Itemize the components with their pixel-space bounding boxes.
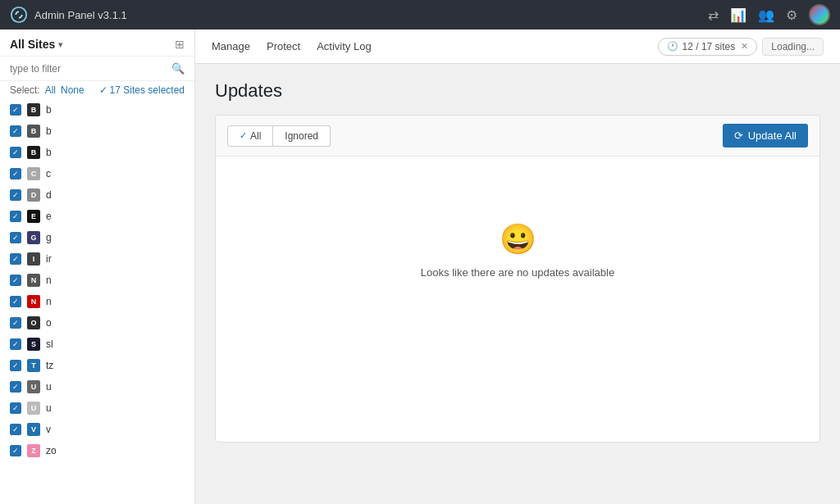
list-item[interactable]: ✓Gg — [0, 227, 194, 248]
site-checkbox[interactable]: ✓ — [10, 168, 21, 179]
main-tabs: Manage Protect Activity Log — [212, 30, 372, 63]
select-none-link[interactable]: None — [61, 84, 84, 96]
search-icon: 🔍 — [171, 62, 185, 75]
site-checkbox[interactable]: ✓ — [10, 381, 21, 393]
top-icons: ⇄ 📊 👥 ⚙ — [708, 4, 830, 25]
selected-count: ✓ 17 Sites selected — [99, 84, 185, 96]
tab-all-label: All — [250, 130, 261, 142]
site-checkbox[interactable]: ✓ — [10, 445, 21, 456]
site-list: ✓Bb✓Bb✓Bb✓Cc✓Dd✓Ee✓Gg✓Iir✓Nn✓Nn✓Oo✓Ssl✓T… — [0, 99, 194, 504]
site-name-label: u — [46, 402, 52, 414]
site-favicon: B — [27, 146, 40, 159]
transfer-icon[interactable]: ⇄ — [708, 7, 719, 23]
topbar: Admin Panel v3.1.1 ⇄ 📊 👥 ⚙ — [0, 0, 840, 30]
settings-icon[interactable]: ⚙ — [786, 7, 797, 23]
grid-icon[interactable]: ⊞ — [175, 38, 185, 51]
chart-icon[interactable]: 📊 — [730, 7, 746, 23]
sidebar-search: 🔍 — [0, 57, 194, 81]
updates-toolbar: ✓ All Ignored ⟳ Update All — [216, 116, 819, 157]
site-name-label: n — [46, 296, 52, 307]
tab-all[interactable]: ✓ All — [227, 125, 273, 147]
site-checkbox[interactable]: ✓ — [10, 317, 21, 329]
site-favicon: G — [27, 231, 40, 244]
all-sites-label: All Sites — [10, 38, 55, 51]
tab-activity-log[interactable]: Activity Log — [317, 30, 371, 63]
site-favicon: Z — [27, 444, 40, 457]
site-name-label: sl — [46, 338, 53, 350]
tab-all-check: ✓ — [240, 130, 247, 141]
site-checkbox[interactable]: ✓ — [10, 360, 21, 371]
list-item[interactable]: ✓Vv — [0, 419, 194, 440]
site-name-label: o — [46, 317, 52, 329]
site-checkbox[interactable]: ✓ — [10, 104, 21, 116]
update-all-button[interactable]: ⟳ Update All — [723, 124, 808, 148]
list-item[interactable]: ✓Uu — [0, 376, 194, 397]
sidebar: All Sites ▾ ⊞ 🔍 Select: All None ✓ 17 Si… — [0, 30, 195, 504]
site-checkbox[interactable]: ✓ — [10, 147, 21, 158]
site-name-label: d — [46, 189, 52, 201]
site-favicon: I — [27, 252, 40, 266]
loading-badge: Loading... — [762, 38, 824, 56]
list-item[interactable]: ✓Nn — [0, 270, 194, 291]
tab-manage[interactable]: Manage — [212, 30, 250, 63]
tab-ignored[interactable]: Ignored — [273, 125, 331, 147]
logo-area: Admin Panel v3.1.1 — [10, 6, 127, 24]
site-checkbox[interactable]: ✓ — [10, 125, 21, 137]
select-row: Select: All None ✓ 17 Sites selected — [0, 81, 194, 99]
site-checkbox[interactable]: ✓ — [10, 253, 21, 265]
chevron-down-icon: ▾ — [58, 40, 62, 49]
logo-icon — [10, 6, 28, 24]
site-name-label: b — [46, 125, 52, 137]
list-item[interactable]: ✓Ee — [0, 206, 194, 227]
site-name-label: zo — [46, 445, 57, 456]
list-item[interactable]: ✓Bb — [0, 99, 194, 120]
sites-pill-close[interactable]: ✕ — [741, 41, 748, 52]
list-item[interactable]: ✓Nn — [0, 291, 194, 312]
site-checkbox[interactable]: ✓ — [10, 296, 21, 307]
site-favicon: V — [27, 423, 40, 436]
site-name-label: n — [46, 275, 52, 286]
tab-ignored-label: Ignored — [285, 130, 318, 142]
site-name-label: tz — [46, 360, 53, 371]
list-item[interactable]: ✓Oo — [0, 312, 194, 334]
site-checkbox[interactable]: ✓ — [10, 275, 21, 286]
list-item[interactable]: ✓Zzo — [0, 440, 194, 461]
site-favicon: N — [27, 295, 40, 308]
site-favicon: B — [27, 103, 40, 116]
site-name-label: v — [46, 424, 51, 435]
update-all-label: Update All — [748, 129, 797, 142]
list-item[interactable]: ✓Ssl — [0, 334, 194, 355]
site-checkbox[interactable]: ✓ — [10, 189, 21, 201]
sites-pill-text: 12 / 17 sites — [682, 41, 736, 52]
avatar[interactable] — [809, 4, 830, 25]
list-item[interactable]: ✓Bb — [0, 142, 194, 163]
list-item[interactable]: ✓Cc — [0, 163, 194, 184]
site-checkbox[interactable]: ✓ — [10, 424, 21, 435]
site-favicon: T — [27, 359, 40, 372]
people-icon[interactable]: 👥 — [758, 7, 774, 23]
tab-protect[interactable]: Protect — [267, 30, 300, 63]
site-favicon: U — [27, 402, 40, 415]
list-item[interactable]: ✓Uu — [0, 397, 194, 419]
updates-tab-group: ✓ All Ignored — [227, 125, 331, 147]
site-favicon: O — [27, 316, 40, 329]
main-content: Updates ✓ All Ignored ⟳ Update A — [195, 64, 840, 504]
site-checkbox[interactable]: ✓ — [10, 211, 21, 222]
site-checkbox[interactable]: ✓ — [10, 338, 21, 350]
update-all-icon: ⟳ — [734, 129, 743, 142]
site-checkbox[interactable]: ✓ — [10, 402, 21, 414]
select-all-link[interactable]: All — [45, 84, 56, 96]
loading-text: Loading... — [771, 41, 815, 52]
all-sites-dropdown[interactable]: All Sites ▾ — [10, 38, 62, 51]
search-input[interactable] — [10, 63, 167, 75]
site-name-label: e — [46, 211, 52, 222]
site-checkbox[interactable]: ✓ — [10, 232, 21, 243]
list-item[interactable]: ✓Ttz — [0, 355, 194, 376]
list-item[interactable]: ✓Bb — [0, 120, 194, 142]
list-item[interactable]: ✓Dd — [0, 184, 194, 206]
site-favicon: N — [27, 274, 40, 287]
site-favicon: U — [27, 380, 40, 393]
site-name-label: b — [46, 147, 52, 158]
site-name-label: ir — [46, 253, 52, 265]
list-item[interactable]: ✓Iir — [0, 248, 194, 270]
